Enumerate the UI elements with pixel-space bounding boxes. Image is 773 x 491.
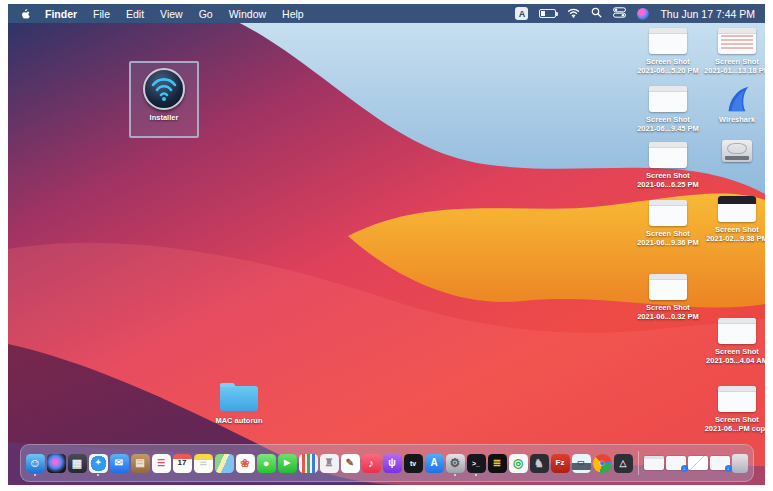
dock-remote-desktop[interactable]: ▭ [572,454,591,473]
input-source-icon[interactable]: A [515,7,528,20]
dock-terminal[interactable]: >_ [467,454,486,473]
dock-finder[interactable]: ☺ [26,454,45,473]
desktop-icon-installer-selected[interactable]: Installer [129,61,199,138]
dock-minimized-window-1[interactable] [644,456,664,470]
desktop-icon-screenshot-2021-06-5-20-pm[interactable]: Screen Shot2021-06...5.20 PM [635,28,701,75]
dock-reminders[interactable]: ☰ [152,454,171,473]
menu-finder[interactable]: Finder [37,8,85,20]
icon-label-line1: Screen Shot [704,415,765,424]
macos-desktop: FinderFileEditViewGoWindowHelp A Thu Jun… [8,4,765,485]
dock-dark-app-2[interactable]: △ [614,454,633,473]
facetime-glyph: ▶ [284,459,290,467]
dark-app-2-glyph: △ [620,459,627,468]
menu-help[interactable]: Help [274,8,312,20]
dock-app-store[interactable]: A [425,454,444,473]
textedit-glyph: ✎ [346,458,354,468]
dock-maps[interactable] [215,454,234,473]
menu-edit[interactable]: Edit [118,8,152,20]
dock-green-ring-app[interactable]: ◎ [509,454,528,473]
dock-document-download-1[interactable] [666,456,686,470]
music-glyph: ♪ [368,458,374,469]
menu-view[interactable]: View [152,8,191,20]
dock-keynote[interactable]: ♜ [320,454,339,473]
calendar-glyph: 17 [178,459,187,467]
desktop-icon-screenshot-2021-06-9-36-pm[interactable]: Screen Shot2021-06...9.36 PM [635,200,701,247]
dock-contacts[interactable]: ▤ [131,454,150,473]
finder-glyph: ☺ [29,457,41,469]
window-thumbnail-icon [649,28,687,54]
wifi-icon[interactable] [567,7,580,20]
dock-messages[interactable]: ● [257,454,276,473]
desktop-icon-screenshot-2021-06-0-32-pm[interactable]: Screen Shot2021-06...0.32 PM [635,274,701,321]
remote-desktop-glyph: ▭ [577,459,585,467]
apple-icon[interactable] [18,7,31,20]
desktop-icon-screenshot-2021-01-13-18-pm[interactable]: Screen Shot2021-01...13.18 PM [704,28,765,75]
icon-label-line1: Screen Shot [635,303,701,312]
terminal-glyph: >_ [472,460,480,467]
wifi-installer-icon [143,68,185,110]
window-thumbnail-icon [718,196,756,222]
dock-dark-utility-app[interactable]: ♞ [530,454,549,473]
menu-bar-left: FinderFileEditViewGoWindowHelp [18,7,312,20]
dock-code-editor[interactable]: ≣ [488,454,507,473]
icon-label-line2: 2021-06...9.36 PM [635,238,701,247]
control-center-icon[interactable] [613,7,626,20]
icon-label-line2: 2021-06...0.32 PM [635,312,701,321]
dock-textedit[interactable]: ✎ [341,454,360,473]
reminders-glyph: ☰ [157,459,165,468]
dock-notes[interactable]: ☰ [194,454,213,473]
icon-label-line1: Screen Shot [635,115,701,124]
desktop-icon-wireshark[interactable]: Wireshark [704,84,765,124]
desktop-icon-screenshot-2021-02-9-38-pm[interactable]: Screen Shot2021-02...9.38 PM [704,196,765,243]
dock-filezilla[interactable]: Fz [551,454,570,473]
icon-label-line1: Screen Shot [704,57,765,66]
icon-label-line2: 2021-05...4.04 AM [704,356,765,365]
icon-label-line1: Screen Shot [704,225,765,234]
contacts-glyph: ▤ [135,458,144,468]
chrome-glyph: ● [599,459,604,468]
dock-apple-tv[interactable]: tv [404,454,423,473]
window-thumbnail-icon [718,318,756,344]
spotlight-icon[interactable] [591,7,602,20]
icon-label-line1: Screen Shot [704,347,765,356]
system-preferences-glyph: ⚙ [450,457,461,469]
menu-bar-clock[interactable]: Thu Jun 17 7:44 PM [660,8,755,20]
code-editor-glyph: ≣ [493,458,501,468]
podcasts-glyph: ψ [388,458,396,468]
messages-glyph: ● [263,458,270,469]
green-ring-app-glyph: ◎ [513,457,523,469]
dock-system-preferences[interactable]: ⚙ [446,454,465,473]
dock-music[interactable]: ♪ [362,454,381,473]
dock-bar-chart-app[interactable] [299,454,318,473]
keynote-glyph: ♜ [325,458,334,468]
app-store-glyph: A [430,458,437,468]
dock-trash[interactable] [732,454,748,473]
dock-document-download-2[interactable] [710,456,730,470]
desktop-icon-screenshot-2021-06-pm-copy[interactable]: Screen Shot2021-06...PM copy [704,386,765,433]
dock-photos[interactable]: ❀ [236,454,255,473]
siri-icon[interactable] [637,8,649,20]
desktop-icon-screenshot-2021-06-6-25-pm[interactable]: Screen Shot2021-06...6.25 PM [635,142,701,189]
menu-go[interactable]: Go [191,8,221,20]
apple-tv-glyph: tv [410,460,416,467]
dock-safari[interactable]: ✦ [89,454,108,473]
dock-mail[interactable]: ✉ [110,454,129,473]
menu-file[interactable]: File [85,8,118,20]
icon-label-line2: 2021-06...9.45 PM [635,124,701,133]
desktop-icon-screenshot-2021-06-9-45-pm[interactable]: Screen Shot2021-06...9.45 PM [635,86,701,133]
dock-podcasts[interactable]: ψ [383,454,402,473]
desktop-icon-mac-autorun-folder[interactable]: MAC autorun [206,382,272,425]
menu-window[interactable]: Window [221,8,274,20]
dock-siri[interactable] [47,454,66,473]
dock-facetime[interactable]: ▶ [278,454,297,473]
dock-launchpad[interactable]: ▦ [68,454,87,473]
battery-icon[interactable] [539,9,556,18]
dock-minimized-window-2[interactable] [688,456,708,470]
desktop-icon-hard-drive[interactable] [704,138,765,168]
dock-calendar[interactable]: 17 [173,454,192,473]
icon-label-line2: 2021-06...PM copy [704,424,765,433]
desktop-icon-screenshot-2021-05-4-04-am[interactable]: Screen Shot2021-05...4.04 AM [704,318,765,365]
icon-label-line2: 2021-06...6.25 PM [635,180,701,189]
dock-chrome[interactable]: ● [593,454,612,473]
window-thumbnail-icon [649,200,687,226]
